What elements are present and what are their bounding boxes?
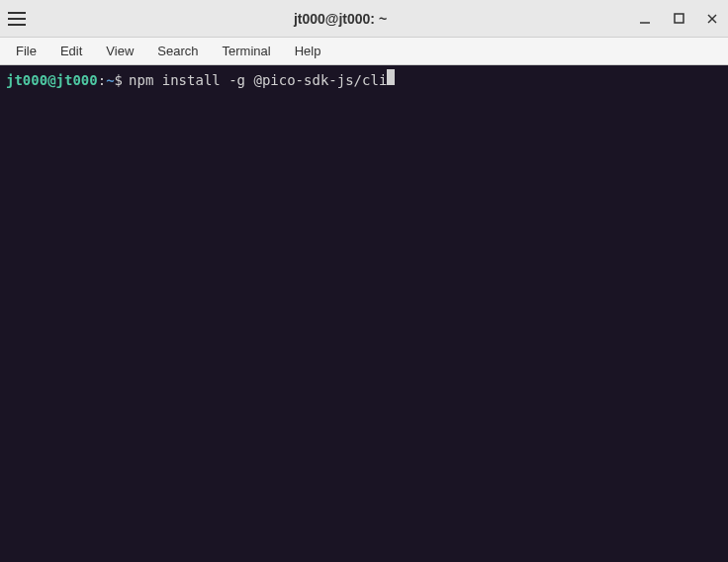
menu-view[interactable]: View [94,40,145,62]
maximize-button[interactable] [671,11,686,27]
menubar: File Edit View Search Terminal Help [0,38,728,65]
svg-rect-1 [675,14,683,23]
menu-search[interactable]: Search [145,40,210,62]
prompt-colon: : [98,71,106,89]
close-button[interactable] [704,11,720,27]
cursor [387,69,395,85]
prompt-path: ~ [106,71,114,89]
window-title: jt000@jt000: ~ [44,11,637,27]
terminal-area[interactable]: jt000@jt000:~$ npm install -g @pico-sdk-… [0,65,728,562]
menu-file[interactable]: File [4,40,48,62]
minimize-button[interactable] [637,11,653,27]
menu-help[interactable]: Help [283,40,333,62]
prompt-line: jt000@jt000:~$ npm install -g @pico-sdk-… [6,69,722,89]
menu-edit[interactable]: Edit [48,40,94,62]
prompt-user: jt000@jt000 [6,71,98,89]
titlebar: jt000@jt000: ~ [0,0,728,38]
command-text: npm install -g @pico-sdk-js/cli [129,71,387,89]
window-controls [637,11,720,27]
hamburger-menu-icon[interactable] [8,7,32,31]
prompt-dollar: $ [115,71,123,89]
menu-terminal[interactable]: Terminal [211,40,283,62]
